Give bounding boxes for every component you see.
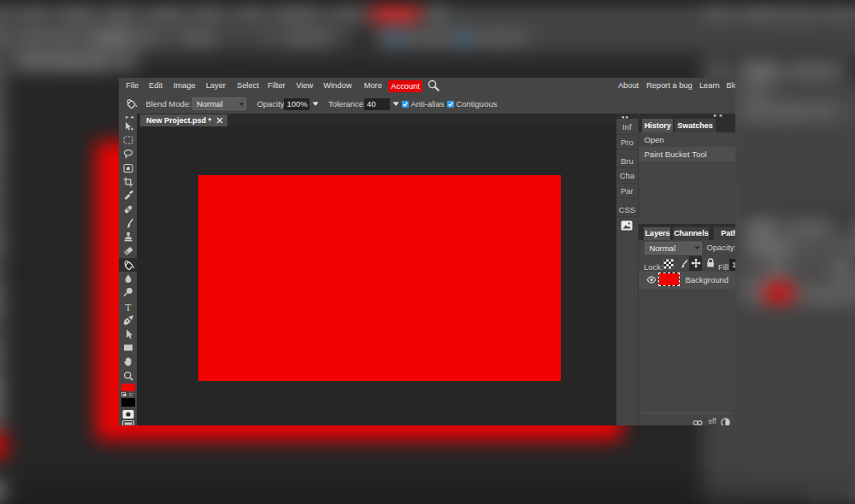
svg-text:T: T <box>125 302 132 313</box>
svg-text:D: D <box>129 392 133 396</box>
